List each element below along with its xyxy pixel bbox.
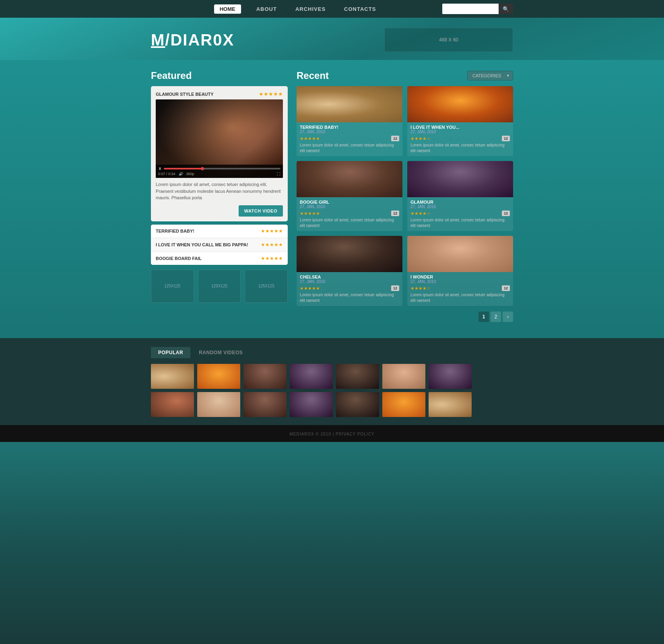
footer-thumb-1[interactable] xyxy=(197,364,240,389)
footer-thumb-r2-2[interactable] xyxy=(243,392,287,417)
featured-list-item-2[interactable]: I LOVE IT WHEN YOU CALL ME BIG PAPPA! ★★… xyxy=(151,238,288,251)
recent-desc-4: Lorem ipsum dolor sit amet, consec tetue… xyxy=(300,292,399,303)
page-btn-2[interactable]: 2 xyxy=(491,312,501,322)
bottom-footer: MEDIAROX © 2010 | PRIVACY POLICY xyxy=(0,425,664,442)
featured-list-title-2: I LOVE IT WHEN YOU CALL ME BIG PAPPA! xyxy=(156,242,248,247)
recent-desc-1: Lorem ipsum dolor sit amet, consec tetue… xyxy=(410,142,510,154)
play-pause-btn[interactable]: ⏸ xyxy=(158,167,162,171)
recent-card-date-3: 27, JAN, 2010 xyxy=(410,204,510,209)
recent-card-5[interactable]: I WONDER 27, JAN, 2010 ★★★★☆ 12 Lorem ip… xyxy=(407,236,513,306)
recent-card-0[interactable]: TERRIFIED BABY! 27, JAN, 2010 ★★★★★ 12 L… xyxy=(297,86,402,156)
featured-list-stars-1: ★★★★★ xyxy=(261,228,283,234)
recent-stars-4: ★★★★★ xyxy=(300,286,320,291)
categories-select[interactable]: CATEGORIES xyxy=(467,71,513,80)
nav-archives[interactable]: ARCHIVES xyxy=(292,4,329,14)
featured-description: Lorem ipsum dolor sit amet, consec tetue… xyxy=(156,181,283,201)
recent-count-0: 12 xyxy=(391,136,399,141)
video-player: ⏸ 0:07 / 0:34 🔊 360p ⛶ xyxy=(156,99,283,178)
recent-card-date-5: 27, JAN, 2010 xyxy=(410,279,510,284)
logo: M/DIAR0X xyxy=(151,31,234,49)
footer-thumb-0[interactable] xyxy=(151,364,194,389)
footer-thumbs-row2 xyxy=(151,392,513,417)
recent-title: Recent xyxy=(297,70,329,81)
fullscreen-btn[interactable]: ⛶ xyxy=(277,172,280,176)
recent-count-5: 12 xyxy=(502,285,510,291)
footer-thumb-r2-0[interactable] xyxy=(151,392,194,417)
ad-box-3: 125X125 xyxy=(245,270,288,303)
footer-tab-popular[interactable]: POPULAR xyxy=(151,347,190,358)
recent-desc-5: Lorem ipsum dolor sit amet, consec tetue… xyxy=(410,292,510,303)
recent-card-title-3: GLAMOUR xyxy=(410,200,510,204)
featured-main-title: GLAMOUR STYLE BEAUTY xyxy=(156,92,214,97)
recent-stars-1: ★★★★☆ xyxy=(410,136,431,141)
recent-stars-0: ★★★★★ xyxy=(300,136,320,141)
pagination: 1 2 › xyxy=(297,312,513,322)
recent-card-title-4: CHELSEA xyxy=(300,275,399,279)
recent-section: Recent CATEGORIES xyxy=(297,70,513,322)
recent-stars-2: ★★★★★ xyxy=(300,211,320,216)
footer-copyright: MEDIAROX © 2010 | PRIVACY POLICY xyxy=(289,432,374,436)
recent-card-date-4: 27, JAN, 2010 xyxy=(300,279,399,284)
recent-card-date-1: 27, JAN, 2010 xyxy=(410,130,510,134)
recent-card-title-1: I LOVE IT WHEN YOU... xyxy=(410,125,510,130)
search-button[interactable]: 🔍 xyxy=(499,4,513,14)
recent-desc-2: Lorem ipsum dolor sit amet, consec tetue… xyxy=(300,217,399,229)
footer-thumb-2[interactable] xyxy=(243,364,287,389)
nav-contacts[interactable]: CONTACTS xyxy=(341,4,379,14)
ad-banner: 468 X 60 xyxy=(384,28,513,52)
recent-stars-5: ★★★★☆ xyxy=(410,286,431,291)
recent-desc-0: Lorem ipsum dolor sit amet, consec tetue… xyxy=(300,142,399,154)
footer-thumbs-row1 xyxy=(151,364,513,389)
nav-home[interactable]: HOME xyxy=(214,4,241,14)
featured-list-title-3: BOOGIE BOARD FAIL xyxy=(156,256,202,261)
footer-thumb-r2-4[interactable] xyxy=(336,392,379,417)
recent-count-4: 12 xyxy=(391,285,399,291)
footer-section: POPULAR RANDOM VIDEOS xyxy=(0,338,664,425)
featured-list-item-1[interactable]: TERRIFIED BABY! ★★★★★ xyxy=(151,225,288,237)
recent-count-3: 12 xyxy=(502,211,510,216)
featured-main-card: GLAMOUR STYLE BEAUTY ★★★★★ ⏸ xyxy=(151,86,288,221)
recent-card-4[interactable]: CHELSEA 27, JAN, 2010 ★★★★★ 12 Lorem ips… xyxy=(297,236,402,306)
featured-section: Featured GLAMOUR STYLE BEAUTY ★★★★★ xyxy=(151,70,288,322)
footer-thumb-6[interactable] xyxy=(429,364,472,389)
page-next-btn[interactable]: › xyxy=(503,312,513,322)
featured-title: Featured xyxy=(151,70,288,81)
featured-list: TERRIFIED BABY! ★★★★★ I LOVE IT WHEN YOU… xyxy=(151,225,288,265)
featured-list-title-1: TERRIFIED BABY! xyxy=(156,229,194,233)
page-btn-1[interactable]: 1 xyxy=(478,312,489,322)
footer-thumb-4[interactable] xyxy=(336,364,379,389)
recent-card-title-0: TERRIFIED BABY! xyxy=(300,125,399,130)
ad-box-2: 125X125 xyxy=(198,270,241,303)
watch-video-btn[interactable]: WATCH VIDEO xyxy=(239,205,283,217)
featured-list-stars-3: ★★★★★ xyxy=(261,256,283,261)
quality-display: 360p xyxy=(186,172,194,176)
featured-list-item-3[interactable]: BOOGIE BOARD FAIL ★★★★★ xyxy=(151,252,288,265)
footer-thumb-3[interactable] xyxy=(290,364,333,389)
recent-card-1[interactable]: I LOVE IT WHEN YOU... 27, JAN, 2010 ★★★★… xyxy=(407,86,513,156)
recent-card-title-2: BOOGIE GIRL xyxy=(300,200,399,204)
footer-thumb-r2-3[interactable] xyxy=(290,392,333,417)
volume-icon[interactable]: 🔊 xyxy=(179,172,183,176)
recent-card-title-5: I WONDER xyxy=(410,275,510,279)
recent-card-2[interactable]: BOOGIE GIRL 27, JAN, 2010 ★★★★★ 12 Lorem… xyxy=(297,161,402,231)
nav-about[interactable]: ABOUT xyxy=(253,4,280,14)
footer-tab-random[interactable]: RANDOM VIDEOS xyxy=(192,347,250,358)
footer-thumb-r2-1[interactable] xyxy=(197,392,240,417)
featured-main-stars: ★★★★★ xyxy=(259,91,283,97)
footer-thumb-5[interactable] xyxy=(382,364,425,389)
footer-thumb-r2-5[interactable] xyxy=(382,392,425,417)
footer-thumb-r2-6[interactable] xyxy=(429,392,472,417)
recent-count-1: 12 xyxy=(502,136,510,141)
recent-stars-3: ★★★★☆ xyxy=(410,211,431,216)
recent-card-3[interactable]: GLAMOUR 27, JAN, 2010 ★★★★☆ 12 Lorem ips… xyxy=(407,161,513,231)
time-display: 0:07 / 0:34 xyxy=(158,172,175,176)
recent-card-date-2: 27, JAN, 2010 xyxy=(300,204,399,209)
recent-count-2: 12 xyxy=(391,211,399,216)
recent-desc-3: Lorem ipsum dolor sit amet, consec tetue… xyxy=(410,217,510,229)
recent-grid: TERRIFIED BABY! 27, JAN, 2010 ★★★★★ 12 L… xyxy=(297,86,513,306)
recent-card-date-0: 27, JAN, 2010 xyxy=(300,130,399,134)
featured-list-stars-2: ★★★★★ xyxy=(261,242,283,248)
ad-box-1: 125X125 xyxy=(151,270,194,303)
search-input[interactable] xyxy=(442,4,499,14)
